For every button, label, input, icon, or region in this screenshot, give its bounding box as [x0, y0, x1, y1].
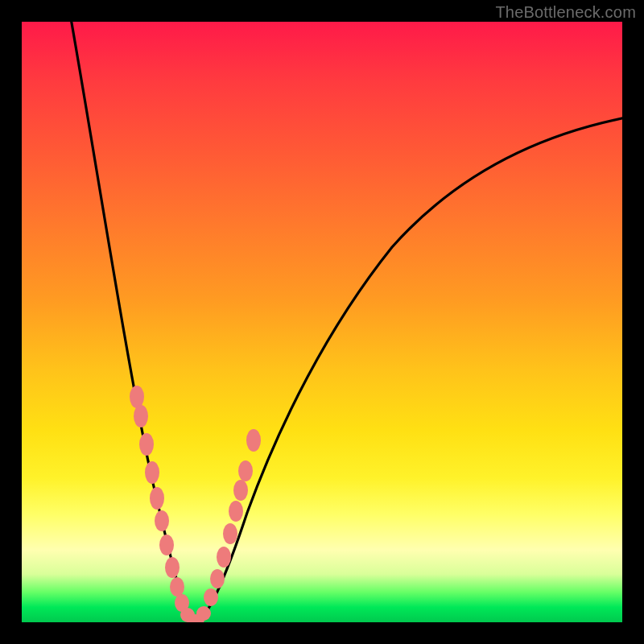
svg-point-16 — [223, 523, 237, 544]
svg-point-3 — [145, 461, 159, 484]
watermark-text: TheBottleneck.com — [495, 3, 636, 22]
svg-point-4 — [150, 487, 164, 510]
svg-point-5 — [155, 510, 169, 531]
svg-point-15 — [217, 547, 231, 568]
svg-point-17 — [229, 501, 243, 522]
plot-area — [22, 22, 622, 622]
curve-layer — [22, 22, 622, 622]
svg-point-6 — [159, 535, 174, 555]
svg-point-1 — [134, 405, 148, 427]
svg-point-20 — [246, 429, 261, 452]
svg-point-7 — [165, 557, 180, 578]
svg-point-0 — [130, 386, 144, 408]
svg-point-12 — [196, 606, 211, 621]
curve-left — [70, 22, 196, 621]
svg-point-14 — [210, 569, 225, 588]
svg-point-8 — [170, 577, 184, 597]
marker-group — [130, 386, 261, 622]
svg-point-2 — [139, 433, 154, 456]
svg-point-18 — [233, 480, 248, 501]
outer-frame: TheBottleneck.com — [0, 0, 644, 644]
svg-point-19 — [238, 460, 253, 481]
svg-point-13 — [204, 588, 218, 606]
curve-right — [196, 117, 622, 621]
